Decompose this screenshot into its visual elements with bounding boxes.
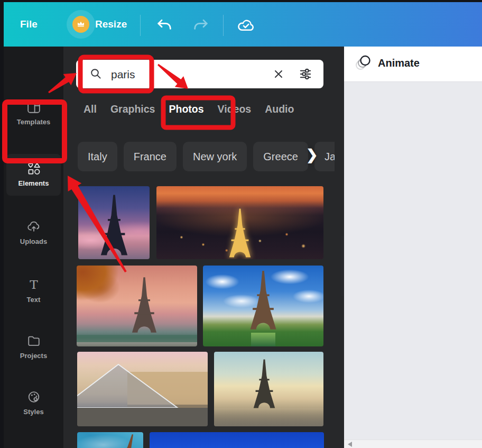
photo-result[interactable] [214,352,323,426]
sidebar-item-label: Uploads [4,237,63,245]
file-menu-button[interactable]: File [20,19,38,30]
canvas-area: Animate [344,47,482,448]
undo-icon[interactable] [156,17,173,34]
chip-france[interactable]: France [124,142,177,171]
result-type-tabs: All Graphics Photos Videos Audio [84,103,294,115]
suggestion-chips: Italy France New york Greece Ja [78,142,335,172]
sidebar-item-label: Projects [4,352,63,360]
search-icon [90,68,103,80]
elements-icon [26,161,41,176]
topbar: File Resize [4,2,482,47]
photo-result[interactable] [77,432,143,448]
tab-audio[interactable]: Audio [265,103,294,115]
svg-text:T: T [30,278,38,291]
photo-result[interactable] [78,186,150,259]
templates-icon [27,100,41,114]
sidebar-item-uploads[interactable]: Uploads [4,220,63,245]
text-icon: T [27,278,41,292]
elements-search-panel: All Graphics Photos Videos Audio Italy F… [63,47,344,448]
photo-result[interactable] [150,432,324,448]
photo-result[interactable] [203,266,323,346]
topbar-divider [223,15,224,36]
clear-search-icon[interactable] [273,68,284,80]
animate-label: Animate [378,57,420,69]
sidebar-item-templates[interactable]: Templates [4,100,63,126]
sidebar-item-label: Styles [4,408,63,416]
sidebar-item-elements[interactable]: Elements [6,154,61,196]
tab-videos[interactable]: Videos [218,103,252,115]
sidebar-item-projects[interactable]: Projects [4,334,63,360]
sidebar: Templates Elements Uploads T Text [4,47,63,448]
tab-photos[interactable]: Photos [169,103,203,115]
canva-editor-window: File Resize Templates [0,0,482,448]
styles-icon [27,390,41,404]
search-bar [76,60,323,88]
chips-scroll-right-chevron[interactable]: ❯ [306,147,318,163]
animate-icon [354,54,373,72]
animate-button[interactable]: Animate [354,54,420,72]
sidebar-item-label: Templates [4,118,63,126]
chip-new-york[interactable]: New york [183,142,247,171]
topbar-divider [140,15,141,36]
crown-icon [72,16,89,33]
uploads-icon [27,220,41,234]
tab-all[interactable]: All [84,103,97,115]
filter-settings-icon[interactable] [298,67,313,81]
cloud-check-icon[interactable] [237,17,254,34]
sidebar-item-styles[interactable]: Styles [4,390,63,416]
chip-italy[interactable]: Italy [78,142,117,171]
horizontal-scrollbar[interactable] [344,440,482,448]
resize-button[interactable]: Resize [95,19,127,30]
redo-icon[interactable] [192,17,209,34]
photo-result[interactable] [77,266,197,346]
sidebar-item-label: Text [4,296,63,304]
photo-result[interactable] [156,186,323,259]
sidebar-item-text[interactable]: T Text [4,278,63,304]
sidebar-item-label: Elements [6,179,61,187]
photo-result[interactable] [77,352,208,426]
chip-greece[interactable]: Greece [253,142,308,171]
tab-graphics[interactable]: Graphics [110,103,155,115]
search-input[interactable] [110,67,239,83]
scrollbar-left-arrow[interactable] [348,442,352,447]
canvas-toolbar: Animate [344,47,482,82]
projects-icon [27,334,41,348]
